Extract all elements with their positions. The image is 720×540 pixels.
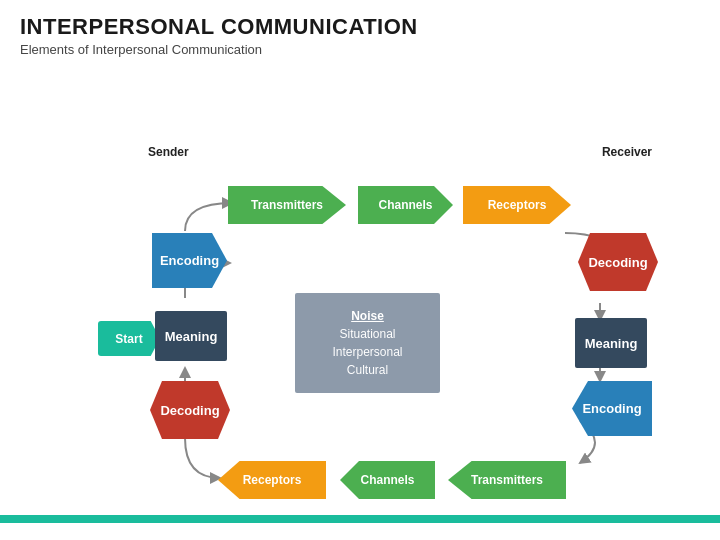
- decoding-right-shape: Decoding: [578, 233, 658, 291]
- decoding-left-shape: Decoding: [150, 381, 230, 439]
- noise-line3: Cultural: [347, 361, 388, 379]
- encoding-right-shape: Encoding: [572, 381, 652, 436]
- page-subtitle: Elements of Interpersonal Communication: [20, 42, 700, 57]
- noise-line1: Situational: [339, 325, 395, 343]
- encoding-left-shape: Encoding: [152, 233, 227, 288]
- noise-line2: Interpersonal: [332, 343, 402, 361]
- transmitters-top-shape: Transmitters: [228, 186, 346, 224]
- bottom-bar: [0, 515, 720, 523]
- start-shape: Start: [98, 321, 160, 356]
- noise-box: Noise Situational Interpersonal Cultural: [295, 293, 440, 393]
- page-title: INTERPERSONAL COMMUNICATION: [20, 14, 700, 40]
- meaning-left-shape: Meaning: [155, 311, 227, 361]
- receiver-label: Receiver: [602, 145, 652, 159]
- channels-top-shape: Channels: [358, 186, 453, 224]
- sender-label: Sender: [148, 145, 189, 159]
- meaning-right-shape: Meaning: [575, 318, 647, 368]
- receptors-top-shape: Receptors: [463, 186, 571, 224]
- noise-title: Noise: [351, 307, 384, 325]
- diagram-area: Sender Receiver Star: [0, 63, 720, 523]
- transmitters-bottom-shape: Transmitters: [448, 461, 566, 499]
- header: INTERPERSONAL COMMUNICATION Elements of …: [0, 0, 720, 61]
- channels-bottom-shape: Channels: [340, 461, 435, 499]
- receptors-bottom-shape: Receptors: [218, 461, 326, 499]
